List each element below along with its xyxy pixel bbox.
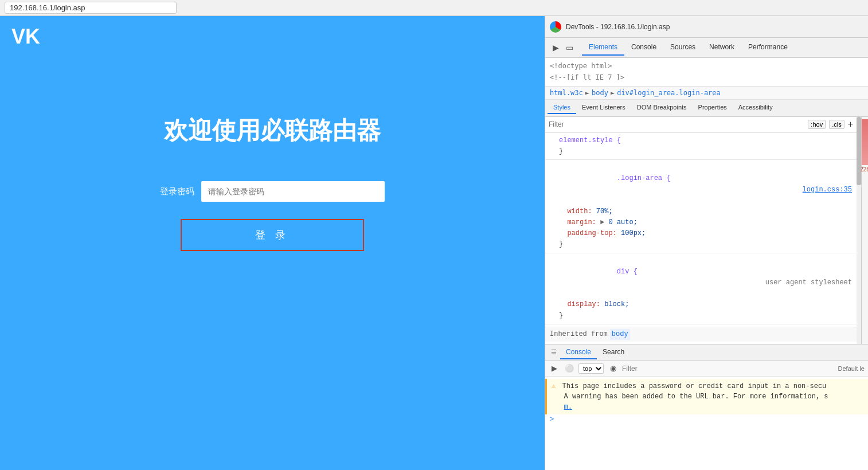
tab-elements[interactable]: Elements bbox=[582, 40, 624, 56]
tab-performance[interactable]: Performance bbox=[741, 40, 795, 56]
hov-button[interactable]: :hov bbox=[808, 120, 826, 129]
console-block-button[interactable]: ⚪ bbox=[564, 363, 575, 374]
login-area-padding: padding-top: 100px; bbox=[545, 228, 857, 239]
inherited-from: Inherited from body bbox=[545, 327, 857, 342]
subtab-styles[interactable]: Styles bbox=[548, 101, 576, 114]
login-area-selector: .login-area { login.css:35 bbox=[545, 162, 857, 206]
filter-input[interactable] bbox=[549, 120, 808, 128]
console-tab-search[interactable]: Search bbox=[597, 346, 630, 359]
login-form: 登录密码 登 录 bbox=[129, 181, 416, 251]
subtab-event-listeners[interactable]: Event Listeners bbox=[576, 101, 631, 114]
body-section: body { login.css:1 font-size: 12px; back… bbox=[545, 342, 857, 344]
html-comment-line: <!--[if lt IE 7 ]> bbox=[550, 72, 863, 83]
password-input[interactable] bbox=[201, 181, 385, 202]
website-content: 欢迎使用必联路由器 登录密码 登 录 bbox=[0, 57, 545, 251]
console-filter-input[interactable] bbox=[622, 365, 835, 373]
devtools-title: DevTools - 192.168.16.1/login.asp bbox=[566, 23, 670, 31]
console-tab-console[interactable]: Console bbox=[560, 346, 597, 359]
mini-color-bar bbox=[862, 119, 869, 165]
warning-text-line1: This page includes a password or credit … bbox=[562, 382, 826, 390]
filter-buttons: :hov .cls + bbox=[808, 119, 853, 130]
console-context-select[interactable]: top bbox=[578, 363, 604, 374]
console-toolbar: ▶ ⚪ top ◉ Default le bbox=[545, 361, 868, 377]
console-tabs: ☰ Console Search bbox=[545, 344, 868, 361]
console-messages: ⚠ This page includes a password or credi… bbox=[545, 377, 868, 470]
devtools-console: ☰ Console Search ▶ ⚪ top ◉ Default le ⚠ … bbox=[545, 344, 868, 470]
div-user-agent-section: div { user agent stylesheet display: blo… bbox=[545, 256, 857, 324]
device-icon[interactable]: ▭ bbox=[564, 42, 575, 53]
browser-title-bar: 192.168.16.1/login.asp bbox=[0, 0, 868, 16]
devtools-styles-panel: :hov .cls + element.style { } bbox=[545, 117, 857, 344]
devtools-tab-icons: ▶ ▭ bbox=[548, 42, 577, 53]
cls-button[interactable]: .cls bbox=[829, 120, 844, 129]
warning-link[interactable]: m. bbox=[564, 403, 572, 411]
inherited-body-tag[interactable]: body bbox=[610, 329, 630, 340]
console-clear-button[interactable]: ▶ bbox=[549, 363, 560, 374]
html-tree: <!doctype html> <!--[if lt IE 7 ]> bbox=[545, 58, 868, 87]
login-area-close: } bbox=[545, 239, 857, 250]
console-prompt[interactable]: > bbox=[545, 414, 868, 425]
tab-network[interactable]: Network bbox=[702, 40, 741, 56]
scrollbar-thumb bbox=[857, 117, 861, 185]
subtab-accessibility[interactable]: Accessibility bbox=[733, 101, 779, 114]
form-label: 登录密码 bbox=[160, 186, 194, 197]
tab-console[interactable]: Console bbox=[624, 40, 663, 56]
subtab-dom-breakpoints[interactable]: DOM Breakpoints bbox=[631, 101, 693, 114]
breadcrumb-html[interactable]: html.w3c bbox=[550, 89, 583, 97]
welcome-title: 欢迎使用必联路由器 bbox=[164, 115, 381, 147]
login-area-section: .login-area { login.css:35 width: 70%; m… bbox=[545, 162, 857, 253]
element-style-section: element.style { } bbox=[545, 135, 857, 160]
chrome-icon bbox=[550, 21, 561, 33]
warning-icon: ⚠ bbox=[552, 382, 556, 390]
subtab-properties[interactable]: Properties bbox=[693, 101, 733, 114]
div-selector: div { user agent stylesheet bbox=[545, 256, 857, 300]
breadcrumb-div[interactable]: div#login_area.login-area bbox=[617, 89, 721, 97]
devtools-subtabs: Styles Event Listeners DOM Breakpoints P… bbox=[545, 100, 868, 117]
console-eye-button[interactable]: ◉ bbox=[607, 363, 619, 374]
console-warning-message: ⚠ This page includes a password or credi… bbox=[545, 379, 868, 414]
main-container: VK 欢迎使用必联路由器 登录密码 登 录 DevTools - 192.168… bbox=[0, 16, 868, 470]
breadcrumb-body[interactable]: body bbox=[592, 89, 608, 97]
user-agent-link: user agent stylesheet bbox=[765, 277, 852, 288]
login-area-width: width: 70%; bbox=[545, 206, 857, 217]
devtools-filter-bar: :hov .cls + bbox=[545, 117, 857, 133]
element-style-selector: element.style { bbox=[545, 135, 857, 146]
website-panel: VK 欢迎使用必联路由器 登录密码 登 录 bbox=[0, 16, 545, 470]
login-area-margin: margin: ► 0 auto; bbox=[545, 217, 857, 228]
body-selector: body { login.css:1 bbox=[545, 342, 857, 344]
tab-sources[interactable]: Sources bbox=[663, 40, 702, 56]
devtools-scrollbar[interactable] bbox=[857, 117, 861, 344]
inspect-icon[interactable]: ▶ bbox=[550, 42, 561, 53]
html-doctype-line: <!doctype html> bbox=[550, 60, 863, 72]
form-row: 登录密码 bbox=[129, 181, 416, 202]
div-display: display: block; bbox=[545, 299, 857, 310]
login-button[interactable]: 登 录 bbox=[181, 219, 364, 251]
devtools-titlebar: DevTools - 192.168.16.1/login.asp bbox=[545, 16, 868, 38]
devtools-panel: DevTools - 192.168.16.1/login.asp ▶ ▭ El… bbox=[545, 16, 868, 470]
warning-text-line2: A warning has been added to the URL bar.… bbox=[552, 393, 828, 401]
console-default-label: Default le bbox=[838, 365, 865, 372]
add-style-button[interactable]: + bbox=[848, 119, 853, 130]
div-close: } bbox=[545, 311, 857, 322]
devtools-code-area: element.style { } .login-area { login.cs… bbox=[545, 133, 857, 344]
element-style-close: } bbox=[545, 146, 857, 157]
login-area-link[interactable]: login.css:35 bbox=[803, 185, 852, 195]
console-menu-icon[interactable]: ☰ bbox=[548, 348, 560, 356]
url-bar[interactable]: 192.168.16.1/login.asp bbox=[5, 2, 177, 14]
devtools-right-mini: 228 bbox=[861, 117, 868, 344]
mini-number: 228 bbox=[860, 166, 868, 173]
devtools-tabs: ▶ ▭ Elements Console Sources Network Per… bbox=[545, 38, 868, 58]
inherited-label: Inherited from bbox=[550, 329, 608, 340]
website-header: VK bbox=[0, 16, 545, 57]
devtools-main-body: :hov .cls + element.style { } bbox=[545, 117, 868, 344]
devtools-breadcrumb: html.w3c ► body ► div#login_area.login-a… bbox=[545, 87, 868, 100]
vk-logo: VK bbox=[11, 25, 40, 49]
